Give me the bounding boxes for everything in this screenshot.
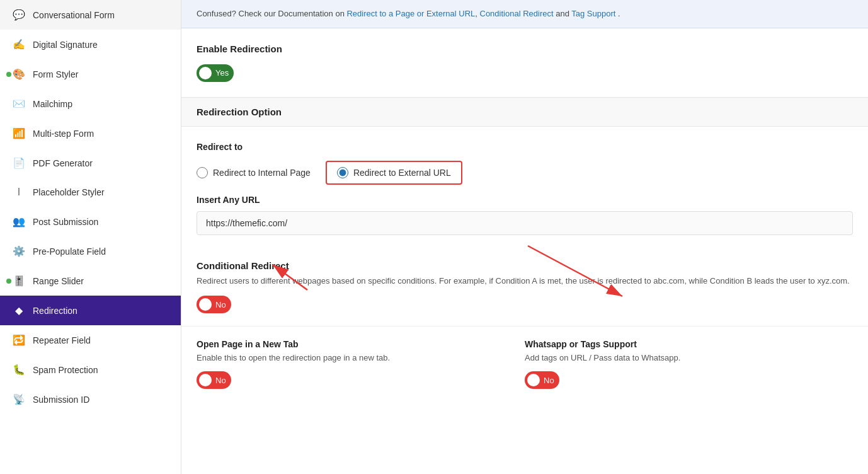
toggle-on-label: Yes — [215, 68, 229, 78]
sidebar-icon-range-slider: 🎚️ — [13, 275, 25, 287]
link-conditional-redirect[interactable]: Conditional Redirect — [480, 9, 554, 18]
conditional-section: Conditional Redirect Redirect users to d… — [181, 248, 868, 327]
sidebar-icon-digital-signature: ✍️ — [13, 38, 25, 50]
link-tag-support[interactable]: Tag Support — [571, 9, 615, 18]
open-new-tab-title: Open Page in a New Tab — [197, 339, 512, 349]
redirect-to-section: Redirect to Redirect to Internal Page Re… — [181, 127, 868, 195]
active-dot — [6, 72, 11, 77]
sidebar-item-digital-signature[interactable]: ✍️Digital Signature — [0, 30, 181, 59]
sidebar-item-spam-protection[interactable]: 🐛Spam Protection — [0, 355, 181, 384]
conditional-title: Conditional Redirect — [197, 260, 853, 271]
sidebar-label-range-slider: Range Slider — [33, 276, 84, 286]
radio-group: Redirect to Internal Page Redirect to Ex… — [197, 161, 853, 185]
toggle-circle-wa — [527, 374, 540, 386]
sidebar-icon-conversational-form: 💬 — [13, 9, 25, 21]
radio-external[interactable]: Redirect to External URL — [337, 167, 451, 178]
sidebar-label-conversational-form: Conversational Form — [33, 10, 115, 20]
open-new-tab-desc: Enable this to open the redirection page… — [197, 353, 512, 362]
sidebar-icon-spam-protection: 🐛 — [13, 364, 25, 376]
sidebar-label-submission-id: Submission ID — [33, 395, 89, 405]
radio-internal-input[interactable] — [197, 167, 208, 178]
open-new-tab-toggle[interactable]: No — [197, 371, 231, 389]
sidebar-label-digital-signature: Digital Signature — [33, 40, 98, 50]
whatsapp-desc: Add tags on URL / Pass data to Whatsapp. — [525, 353, 840, 362]
sidebar-item-submission-id[interactable]: 📡Submission ID — [0, 384, 181, 414]
redirection-option-title: Redirection Option — [197, 107, 853, 117]
sidebar: 💬Conversational Form✍️Digital Signature🎨… — [0, 0, 181, 474]
sidebar-icon-multi-step-form: 📶 — [13, 127, 25, 139]
sidebar-label-mailchimp: Mailchimp — [33, 99, 72, 109]
sidebar-item-mailchimp[interactable]: ✉️Mailchimp — [0, 89, 181, 118]
link-redirect-page[interactable]: Redirect to a Page or External URL — [346, 9, 475, 18]
open-new-tab-col: Open Page in a New Tab Enable this to op… — [197, 339, 525, 389]
sidebar-label-placeholder-styler: Placeholder Styler — [33, 187, 105, 197]
sidebar-label-pre-populate-field: Pre-Populate Field — [33, 246, 106, 257]
sidebar-icon-submission-id: 📡 — [13, 393, 25, 405]
sidebar-item-pdf-generator[interactable]: 📄PDF Generator — [0, 148, 181, 178]
sidebar-icon-redirection: ◆ — [13, 304, 25, 316]
sidebar-item-redirection[interactable]: ◆Redirection — [0, 296, 181, 325]
whatsapp-title: Whatsapp or Tags Support — [525, 339, 840, 349]
enable-redirection-title: Enable Redirection — [197, 43, 853, 54]
conditional-toggle[interactable]: No — [197, 296, 231, 313]
sidebar-icon-post-submission: 👥 — [13, 216, 25, 228]
url-label: Insert Any URL — [197, 195, 853, 205]
whatsapp-tags-col: Whatsapp or Tags Support Add tags on URL… — [525, 339, 853, 389]
info-bar-text: Confused? Check our Documentation on Red… — [197, 9, 620, 18]
sidebar-item-conversational-form[interactable]: 💬Conversational Form — [0, 0, 181, 30]
sidebar-label-form-styler: Form Styler — [33, 69, 78, 79]
sidebar-item-range-slider[interactable]: 🎚️Range Slider — [0, 266, 181, 296]
sidebar-label-post-submission: Post Submission — [33, 217, 98, 227]
whatsapp-toggle[interactable]: No — [525, 371, 559, 389]
whatsapp-toggle-label: No — [544, 376, 554, 385]
radio-internal-label: Redirect to Internal Page — [213, 168, 311, 178]
radio-external-box: Redirect to External URL — [326, 161, 462, 185]
redirect-to-label: Redirect to — [197, 142, 853, 152]
sidebar-label-multi-step-form: Multi-step Form — [33, 129, 94, 139]
redirection-option-section: Redirection Option — [181, 97, 868, 127]
toggle-circle-cond — [199, 298, 212, 311]
sidebar-label-redirection: Redirection — [33, 306, 77, 316]
sidebar-item-form-styler[interactable]: 🎨Form Styler — [0, 59, 181, 89]
radio-external-label: Redirect to External URL — [353, 168, 451, 178]
conditional-desc: Redirect users to different webpages bas… — [197, 275, 853, 287]
sidebar-label-pdf-generator: PDF Generator — [33, 158, 93, 168]
conditional-toggle-label: No — [215, 300, 226, 309]
sidebar-item-placeholder-styler[interactable]: IPlaceholder Styler — [0, 178, 181, 207]
active-dot — [6, 279, 11, 284]
open-new-tab-toggle-label: No — [215, 376, 226, 385]
toggle-circle — [199, 67, 212, 79]
bottom-grid: Open Page in a New Tab Enable this to op… — [181, 326, 868, 402]
sidebar-item-repeater-field[interactable]: 🔁Repeater Field — [0, 325, 181, 355]
enable-redirection-toggle-wrapper: Yes — [197, 64, 853, 82]
sidebar-icon-pdf-generator: 📄 — [13, 157, 25, 169]
sidebar-item-multi-step-form[interactable]: 📶Multi-step Form — [0, 118, 181, 148]
sidebar-label-spam-protection: Spam Protection — [33, 365, 98, 375]
sidebar-icon-pre-populate-field: ⚙️ — [13, 245, 25, 257]
enable-redirection-toggle[interactable]: Yes — [197, 64, 234, 82]
toggle-circle-tab — [199, 374, 212, 386]
sidebar-icon-repeater-field: 🔁 — [13, 334, 25, 346]
info-bar: Confused? Check our Documentation on Red… — [181, 0, 868, 28]
sidebar-item-post-submission[interactable]: 👥Post Submission — [0, 207, 181, 236]
sidebar-icon-placeholder-styler: I — [13, 187, 25, 198]
radio-internal[interactable]: Redirect to Internal Page — [197, 167, 311, 178]
sidebar-label-repeater-field: Repeater Field — [33, 335, 91, 345]
sidebar-icon-mailchimp: ✉️ — [13, 98, 25, 110]
main-content: Confused? Check our Documentation on Red… — [181, 0, 868, 474]
enable-redirection-section: Enable Redirection Yes — [181, 28, 868, 97]
url-input[interactable] — [197, 211, 853, 235]
sidebar-item-pre-populate-field[interactable]: ⚙️Pre-Populate Field — [0, 236, 181, 266]
url-section: Insert Any URL — [181, 195, 868, 248]
radio-external-input[interactable] — [337, 167, 348, 178]
sidebar-icon-form-styler: 🎨 — [13, 68, 25, 80]
